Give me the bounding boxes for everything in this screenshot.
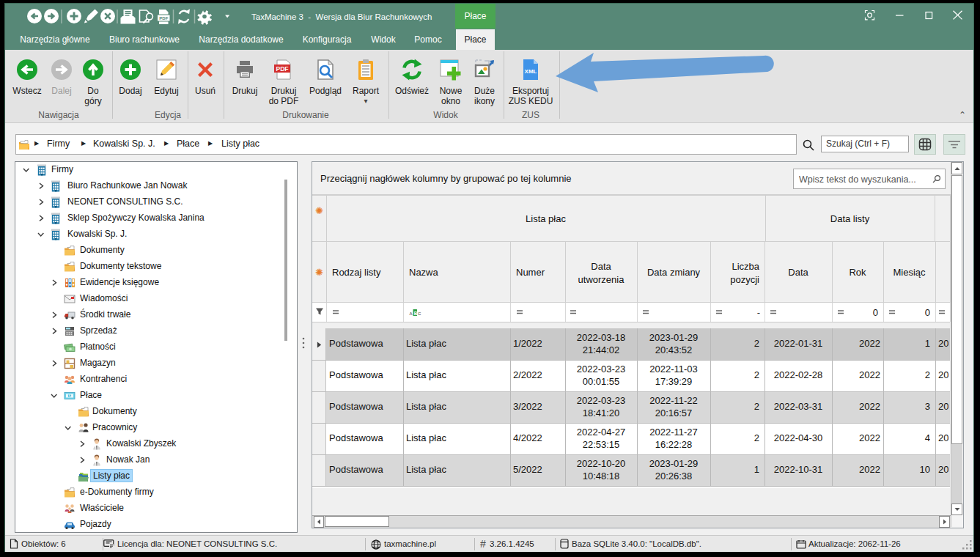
svg-text:B: B (414, 311, 418, 316)
svg-text:C: C (418, 311, 421, 316)
svg-text:PDF: PDF (159, 16, 168, 21)
svg-text:A: A (410, 311, 413, 316)
svg-text:PDF: PDF (276, 65, 288, 73)
svg-text:XML: XML (525, 68, 537, 75)
